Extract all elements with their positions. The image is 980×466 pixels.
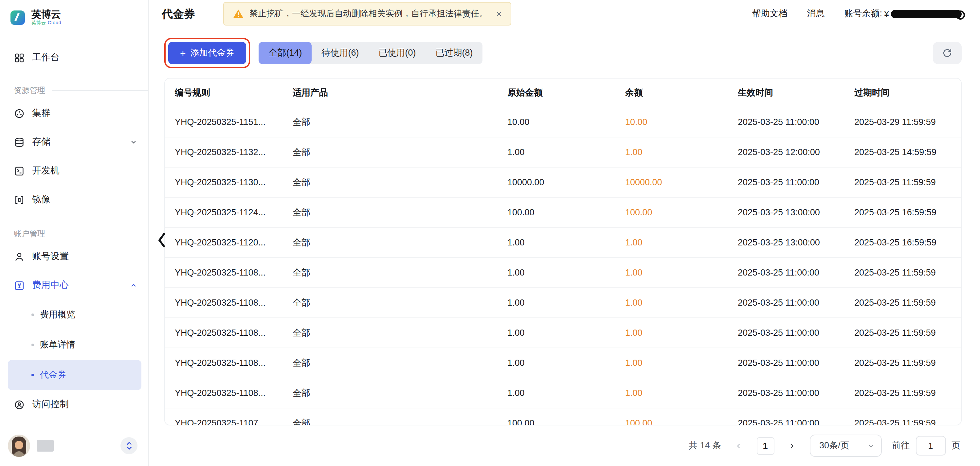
sidebar-item-devmachine[interactable]: 开发机 <box>0 156 148 185</box>
cell-product: 全部 <box>293 267 508 278</box>
account-balance: 账号余额: ¥ <box>844 8 962 20</box>
page-size-select[interactable]: 30条/页 <box>810 434 881 457</box>
cell-code: YHQ-20250325-1108... <box>175 268 293 277</box>
cell-expire: 2025-03-29 11:59:59 <box>854 117 961 127</box>
sidebar-collapse-handle[interactable] <box>157 231 168 250</box>
cell-original: 1.00 <box>508 388 625 398</box>
cell-code: YHQ-20250325-1107... <box>175 418 293 425</box>
sidebar-item-workbench[interactable]: 工作台 <box>0 45 148 71</box>
user-menu-toggle-button[interactable] <box>121 437 137 454</box>
avatar[interactable] <box>8 434 30 457</box>
voucher-table: 编号规则 适用产品 原始金额 余额 生效时间 过期时间 YHQ-20250325… <box>164 78 962 425</box>
messages-link[interactable]: 消息 <box>807 8 824 20</box>
goto-page-input[interactable] <box>916 436 946 455</box>
yuan-icon <box>14 280 25 291</box>
tab-unused[interactable]: 待使用(6) <box>312 42 369 64</box>
user-row <box>0 428 148 466</box>
toolbar: + 添加代金券 全部(14) 待使用(6) 已使用(0) 已过期(8) <box>149 27 980 68</box>
brand-logo: 英博云 英博云 Cloud <box>0 0 148 30</box>
cell-expire: 2025-03-25 11:59:59 <box>854 298 961 308</box>
pagination: 共 14 条 1 30条/页 前往 页 <box>149 425 980 457</box>
close-icon[interactable]: × <box>496 8 501 19</box>
tab-all[interactable]: 全部(14) <box>259 42 312 64</box>
page-title: 代金券 <box>162 6 195 21</box>
sidebar-section-account: 账户管理 <box>0 214 148 242</box>
sidebar-subitem-label: 费用概览 <box>40 309 75 321</box>
sidebar-section-resources: 资源管理 <box>0 71 148 99</box>
cell-expire: 2025-03-25 16:59:59 <box>854 207 961 217</box>
sidebar-item-label: 账号设置 <box>32 251 69 262</box>
header-actions: 帮助文档 消息 账号余额: ¥ <box>752 8 962 20</box>
prev-page-button[interactable] <box>732 437 746 454</box>
table-header-row: 编号规则 适用产品 原始金额 余额 生效时间 过期时间 <box>165 78 961 107</box>
page-number-button[interactable]: 1 <box>756 437 774 455</box>
cell-balance: 1.00 <box>625 358 738 368</box>
sidebar-subitem-bill-details[interactable]: 账单详情 <box>0 330 148 360</box>
cell-product: 全部 <box>293 177 508 188</box>
cell-original: 1.00 <box>508 268 625 277</box>
cell-product: 全部 <box>293 207 508 218</box>
voucher-filter-tabs: 全部(14) 待使用(6) 已使用(0) 已过期(8) <box>259 42 483 64</box>
cell-original: 10.00 <box>508 117 625 127</box>
sidebar-item-storage[interactable]: 存储 <box>0 127 148 156</box>
cell-code: YHQ-20250325-1108... <box>175 358 293 368</box>
cell-original: 1.00 <box>508 238 625 247</box>
sidebar-item-billing-center[interactable]: 费用中心 <box>0 271 148 300</box>
table-body: YHQ-20250325-1151... 全部 10.00 10.00 2025… <box>165 107 961 425</box>
cell-product: 全部 <box>293 417 508 425</box>
username-redacted <box>37 440 54 452</box>
cell-original: 100.00 <box>508 207 625 217</box>
cell-effective: 2025-03-25 11:00:00 <box>738 177 854 187</box>
column-header: 原始金额 <box>508 87 625 99</box>
user-icon <box>14 251 25 262</box>
column-header: 编号规则 <box>175 87 293 99</box>
annotation-highlight: + 添加代金券 <box>164 38 250 68</box>
sidebar-subitem-voucher[interactable]: 代金券 <box>8 360 142 390</box>
cell-original: 1.00 <box>508 147 625 157</box>
sidebar-subitem-label: 账单详情 <box>40 339 75 351</box>
section-divider <box>52 90 148 91</box>
image-icon <box>14 194 25 205</box>
bullet-dot-icon <box>32 374 34 376</box>
cell-balance: 1.00 <box>625 388 738 398</box>
cell-original: 100.00 <box>508 418 625 425</box>
currency-symbol: ¥ <box>884 9 889 19</box>
refresh-button[interactable] <box>933 42 962 64</box>
balance-label: 账号余额: <box>844 8 882 20</box>
sidebar-item-image[interactable]: 镜像 <box>0 185 148 214</box>
cell-code: YHQ-20250325-1124... <box>175 207 293 217</box>
cell-code: YHQ-20250325-1151... <box>175 117 293 127</box>
sidebar-subitem-fee-overview[interactable]: 费用概览 <box>0 300 148 330</box>
sidebar-item-account-settings[interactable]: 账号设置 <box>0 242 148 271</box>
table-row: YHQ-20250325-1130... 全部 10000.00 10000.0… <box>165 167 961 198</box>
cell-original: 1.00 <box>508 328 625 338</box>
tab-used[interactable]: 已使用(0) <box>369 42 426 64</box>
sidebar-item-cluster[interactable]: 集群 <box>0 99 148 127</box>
add-voucher-button[interactable]: + 添加代金券 <box>168 42 247 64</box>
page-size-value: 30条/页 <box>819 440 850 452</box>
table-row: YHQ-20250325-1120... 全部 1.00 1.00 2025-0… <box>165 228 961 258</box>
bullet-dot-icon <box>32 313 34 316</box>
next-page-button[interactable] <box>784 437 799 454</box>
table-row: YHQ-20250325-1108... 全部 1.00 1.00 2025-0… <box>165 288 961 318</box>
plus-icon: + <box>180 48 186 59</box>
sidebar-item-label: 工作台 <box>32 52 60 64</box>
warning-text: 禁止挖矿，一经发现后自动删除相关实例，自行承担法律责任。 <box>250 8 488 20</box>
sidebar-item-label: 集群 <box>32 107 50 119</box>
cell-balance: 100.00 <box>625 418 738 425</box>
total-count: 共 14 条 <box>689 440 721 452</box>
sidebar-item-access-control[interactable]: 访问控制 <box>0 390 148 419</box>
section-divider <box>52 234 148 234</box>
help-docs-link[interactable]: 帮助文档 <box>752 8 787 20</box>
sidebar-subitem-label: 代金券 <box>40 369 67 381</box>
sidebar-item-label: 费用中心 <box>32 280 69 291</box>
cell-product: 全部 <box>293 327 508 339</box>
tab-expired[interactable]: 已过期(8) <box>426 42 483 64</box>
column-header: 生效时间 <box>738 87 854 99</box>
cell-expire: 2025-03-25 11:59:59 <box>854 418 961 425</box>
cell-original: 1.00 <box>508 358 625 368</box>
cell-balance: 1.00 <box>625 147 738 157</box>
cell-balance: 1.00 <box>625 298 738 308</box>
main-content: 代金券 禁止挖矿，一经发现后自动删除相关实例，自行承担法律责任。 × 帮助文档 … <box>149 0 980 466</box>
app-window: 英博云 英博云 Cloud 工作台 资源管理 <box>0 0 980 466</box>
